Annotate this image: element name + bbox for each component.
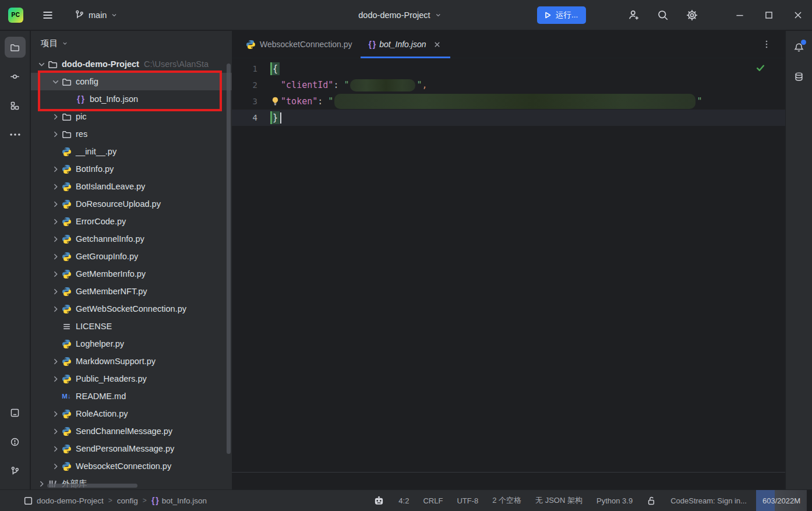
intention-lightbulb-icon[interactable]	[270, 96, 280, 106]
breadcrumb-item-config[interactable]: config	[117, 496, 138, 505]
chevron-right-icon[interactable]	[50, 251, 61, 262]
tree-item-botinfo.py[interactable]: BotInfo.py	[31, 160, 232, 178]
minimize-button[interactable]	[730, 6, 749, 24]
left-tool-stripe	[0, 31, 30, 489]
tree-item-bot_info.json[interactable]: { }bot_Info.json	[31, 90, 232, 108]
tab-options-kebab-icon[interactable]	[762, 40, 771, 49]
status-file-lock[interactable]	[640, 490, 663, 511]
run-button[interactable]: 运行...	[537, 6, 586, 24]
project-title-widget[interactable]: dodo-demo-Project	[358, 0, 442, 30]
tree-item-getchannelinfo.py[interactable]: GetchannelInfo.py	[31, 230, 232, 248]
code-editor[interactable]: 1{2 "clientId": "",3 "token": ""4}	[232, 58, 785, 489]
code-line-1[interactable]: 1{	[232, 61, 785, 77]
tree-item-dodo-demo-project[interactable]: dodo-demo-ProjectC:\Users\AlanSta	[31, 55, 232, 73]
tree-item-botislandleave.py[interactable]: BotIslandLeave.py	[31, 178, 232, 195]
chevron-right-icon[interactable]	[50, 408, 61, 420]
tree-item-pic[interactable]: pic	[31, 108, 232, 125]
add-user-button[interactable]	[624, 6, 643, 24]
code-line-4[interactable]: 4}	[232, 110, 785, 126]
pycharm-window: PC main dodo-demo-Project 运行...	[0, 0, 812, 511]
main-menu-button[interactable]	[38, 6, 57, 24]
tree-item-getwebsocketconnection.py[interactable]: GetWebSocketConnection.py	[31, 300, 232, 318]
status-interpreter[interactable]: Python 3.9	[589, 490, 640, 511]
status-codestream[interactable]: CodeStream: Sign in...	[663, 490, 754, 511]
chevron-placeholder	[50, 338, 61, 350]
tree-item-__init__.py[interactable]: __init__.py	[31, 143, 232, 160]
chevron-right-icon[interactable]	[50, 286, 61, 297]
structure-tool-button[interactable]	[5, 95, 26, 116]
line-number: 1	[232, 64, 257, 73]
tree-item-doresourceupload.py[interactable]: DoResourceUpload.py	[31, 195, 232, 213]
tree-item-getmemberinfo.py[interactable]: GetMemberInfo.py	[31, 265, 232, 283]
status-encoding[interactable]: UTF-8	[450, 490, 485, 511]
chevron-right-icon[interactable]	[36, 478, 47, 489]
chevron-right-icon[interactable]	[50, 163, 61, 175]
tree-item-res[interactable]: res	[31, 125, 232, 143]
vcs-branch-widget[interactable]: main	[75, 10, 118, 20]
tree-item-getmembernft.py[interactable]: GetMemberNFT.py	[31, 283, 232, 300]
chevron-down-icon[interactable]	[50, 76, 61, 87]
chevron-right-icon[interactable]	[50, 198, 61, 210]
tree-item-markdownsupport.py[interactable]: MarkdownSupport.py	[31, 353, 232, 370]
chevron-right-icon[interactable]	[50, 233, 61, 245]
tree-item-websocketconnection.py[interactable]: WebsocketConnection.py	[31, 457, 232, 475]
chevron-right-icon[interactable]	[50, 181, 61, 192]
chevron-right-icon[interactable]	[50, 373, 61, 385]
terminal-tool-button[interactable]	[5, 402, 26, 423]
project-tree-horizontal-scrollbar[interactable]	[47, 484, 137, 488]
chevron-right-icon[interactable]	[50, 111, 61, 122]
chevron-right-icon[interactable]	[50, 460, 61, 472]
project-panel-header[interactable]: 项目	[31, 31, 232, 55]
status-label: 4:2	[398, 496, 409, 505]
close-tab-icon[interactable]	[432, 40, 442, 50]
tree-item-sendchannelmessage.py[interactable]: SendChannelMessage.py	[31, 422, 232, 440]
search-everywhere-button[interactable]	[654, 6, 672, 24]
tree-item-errorcode.py[interactable]: ErrorCode.py	[31, 213, 232, 230]
text-caret	[280, 112, 281, 124]
status-json-schema[interactable]: 无 JSON 架构	[528, 490, 589, 511]
breadcrumb-item-bot_info.json[interactable]: { }bot_Info.json	[151, 496, 207, 505]
json-icon: { }	[75, 94, 86, 104]
breadcrumb-item-dodo-demo-project[interactable]: dodo-demo-Project	[23, 496, 104, 506]
commit-tool-button[interactable]	[5, 66, 26, 87]
status-ai-assistant[interactable]	[366, 490, 391, 511]
version-control-tool-button[interactable]	[5, 460, 26, 481]
database-tool-button[interactable]	[789, 66, 810, 87]
chevron-right-icon[interactable]	[50, 425, 61, 437]
tree-item-readme.md[interactable]: M↓README.md	[31, 387, 232, 405]
tree-item-sendpersonalmessage.py[interactable]: SendPersonalMessage.py	[31, 440, 232, 457]
chevron-right-icon[interactable]	[50, 216, 61, 227]
notifications-tool-button[interactable]	[789, 37, 810, 58]
settings-button[interactable]	[683, 6, 701, 24]
chevron-right-icon[interactable]	[50, 303, 61, 315]
code-line-3[interactable]: 3 "token": ""	[232, 93, 785, 110]
more-tools-tool-button[interactable]	[5, 124, 26, 145]
chevron-right-icon[interactable]	[50, 128, 61, 140]
tree-item-loghelper.py[interactable]: Loghelper.py	[31, 335, 232, 353]
status-cursor-position[interactable]: 4:2	[391, 490, 416, 511]
tree-item-roleaction.py[interactable]: RoleAction.py	[31, 405, 232, 422]
project-tool-button[interactable]	[5, 37, 26, 58]
chevron-down-icon	[62, 40, 68, 47]
maximize-button[interactable]	[760, 6, 778, 24]
editor-tab-websocketconnection.py[interactable]: WebsocketConnection.py	[238, 31, 361, 58]
chevron-right-icon[interactable]	[50, 443, 61, 454]
status-line-ending[interactable]: CRLF	[416, 490, 450, 511]
tree-item-label: GetchannelInfo.py	[76, 234, 144, 244]
project-tree-vertical-scrollbar[interactable]	[227, 64, 231, 454]
problems-tool-button[interactable]	[5, 431, 26, 452]
status-indent-style[interactable]: 2 个空格	[485, 490, 528, 511]
inspection-ok-check-icon[interactable]	[755, 63, 765, 73]
chevron-down-icon[interactable]	[36, 58, 47, 70]
close-window-button[interactable]	[789, 6, 807, 24]
chevron-right-icon[interactable]	[50, 268, 61, 280]
editor-tab-bot_info.json[interactable]: { }bot_Info.json	[361, 31, 451, 58]
tree-item-getgroupinfo.py[interactable]: GetGroupInfo.py	[31, 248, 232, 265]
tree-item-license[interactable]: LICENSE	[31, 318, 232, 335]
code-line-2[interactable]: 2 "clientId": "",	[232, 77, 785, 93]
status-memory-indicator[interactable]: 603/2022M	[756, 490, 807, 511]
chevron-right-icon[interactable]	[50, 355, 61, 367]
tree-item-config[interactable]: config	[31, 73, 232, 90]
tree-item-public_headers.py[interactable]: Public_Headers.py	[31, 370, 232, 387]
tree-item-label: BotInfo.py	[76, 164, 114, 174]
